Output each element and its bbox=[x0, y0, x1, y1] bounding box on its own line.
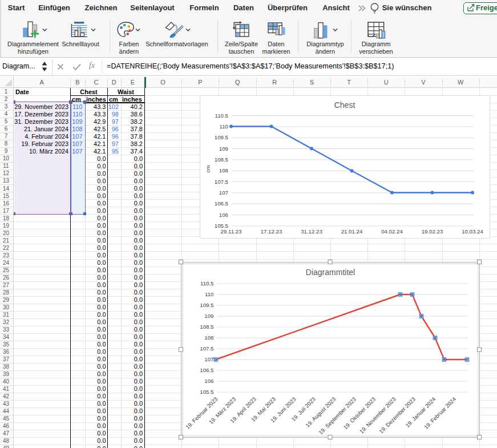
svg-text:107.5: 107.5 bbox=[215, 179, 228, 185]
svg-text:108: 108 bbox=[204, 334, 213, 341]
svg-text:110: 110 bbox=[205, 291, 214, 297]
svg-text:21.01.24: 21.01.24 bbox=[341, 228, 363, 235]
svg-text:106: 106 bbox=[219, 212, 228, 218]
svg-text:106.5: 106.5 bbox=[200, 367, 213, 373]
svg-text:105.5: 105.5 bbox=[200, 389, 213, 395]
svg-text:cm: cm bbox=[205, 166, 211, 173]
svg-text:106.5: 106.5 bbox=[215, 200, 228, 207]
svg-text:109: 109 bbox=[219, 146, 228, 152]
svg-text:106: 106 bbox=[204, 378, 213, 384]
svg-text:29.11.23: 29.11.23 bbox=[221, 228, 242, 235]
svg-text:107: 107 bbox=[219, 189, 228, 196]
svg-text:108.5: 108.5 bbox=[215, 156, 228, 163]
svg-text:Diagrammtitel: Diagrammtitel bbox=[306, 268, 355, 277]
svg-text:31.12.23: 31.12.23 bbox=[301, 228, 322, 235]
svg-text:107: 107 bbox=[204, 356, 213, 362]
svg-text:109.5: 109.5 bbox=[200, 302, 213, 308]
svg-text:108.5: 108.5 bbox=[200, 324, 213, 330]
svg-text:Chest: Chest bbox=[334, 100, 355, 110]
svg-text:19.02.23: 19.02.23 bbox=[422, 228, 443, 235]
svg-text:04.02.24: 04.02.24 bbox=[381, 228, 403, 235]
svg-text:110.5: 110.5 bbox=[215, 112, 228, 119]
svg-text:109: 109 bbox=[204, 313, 213, 319]
svg-text:107.5: 107.5 bbox=[200, 345, 213, 352]
svg-text:17.12.23: 17.12.23 bbox=[261, 228, 282, 235]
svg-text:108: 108 bbox=[219, 167, 228, 173]
svg-text:109.5: 109.5 bbox=[215, 134, 228, 140]
svg-text:10.03.24: 10.03.24 bbox=[462, 228, 483, 235]
svg-text:110: 110 bbox=[220, 123, 229, 130]
svg-text:110.5: 110.5 bbox=[200, 280, 214, 286]
